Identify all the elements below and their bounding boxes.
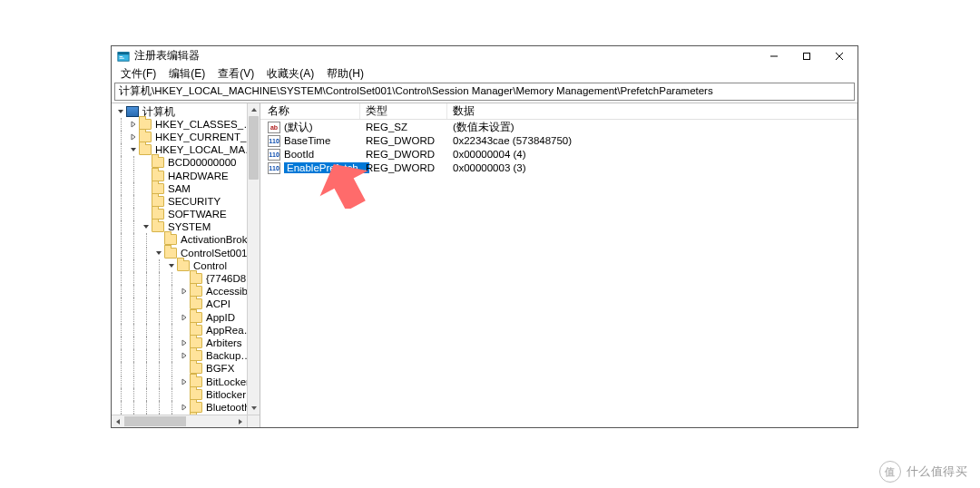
twisty-none <box>141 208 152 220</box>
folder-icon <box>190 337 202 348</box>
svg-marker-20 <box>182 405 186 410</box>
tree-item[interactable]: HKEY_CLASSES_ROOT <box>115 118 260 131</box>
list-header[interactable]: 名称 类型 数据 <box>260 103 858 120</box>
close-button[interactable] <box>823 46 856 65</box>
scroll-down-button[interactable] <box>248 402 260 415</box>
scroll-up-button[interactable] <box>248 103 260 116</box>
menu-item[interactable]: 收藏夹(A) <box>260 65 320 83</box>
scroll-left-button[interactable] <box>112 415 124 427</box>
tree-item[interactable]: BGFX <box>115 362 260 375</box>
body-split: 计算机HKEY_CLASSES_ROOTHKEY_CURRENT_USERHKE… <box>112 102 858 427</box>
tree-item[interactable]: BitLocker <box>115 375 260 387</box>
folder-icon <box>190 286 202 297</box>
folder-icon <box>190 350 202 361</box>
column-header-data[interactable]: 数据 <box>447 103 858 119</box>
tree-item[interactable]: {7746D80F-97 <box>115 272 260 285</box>
menu-item[interactable]: 文件(F) <box>114 65 162 83</box>
menu-item[interactable]: 查看(V) <box>211 65 260 83</box>
tree-item[interactable]: 计算机 <box>115 105 260 118</box>
tree-item[interactable]: ACPI <box>115 298 260 310</box>
chevron-right-icon[interactable] <box>179 376 190 388</box>
tree-item[interactable]: SOFTWARE <box>115 208 260 220</box>
svg-marker-12 <box>143 225 149 229</box>
chevron-right-icon[interactable] <box>179 285 190 298</box>
tree-item-label: SYSTEM <box>167 220 211 233</box>
minimize-button[interactable] <box>758 46 790 65</box>
value-list-panel: 名称 类型 数据 ab(默认)REG_SZ(数值未设置)110BaseTimeR… <box>260 103 858 427</box>
chevron-down-icon[interactable] <box>115 105 126 118</box>
scroll-thumb[interactable] <box>124 416 186 426</box>
chevron-right-icon[interactable] <box>179 337 190 349</box>
tree-horizontal-scrollbar[interactable] <box>112 415 247 427</box>
tree-item-label: ActivationBroker <box>180 233 258 246</box>
tree-item-label: SAM <box>167 182 191 195</box>
tree-item[interactable]: SYSTEM <box>115 220 260 233</box>
tree-item[interactable]: BackupResto <box>115 349 260 362</box>
regedit-icon <box>117 50 130 63</box>
folder-icon <box>139 119 152 130</box>
list-row[interactable]: 110EnablePrefetch...REG_DWORD0x00000003 … <box>260 161 858 175</box>
chevron-down-icon[interactable] <box>166 259 177 272</box>
scroll-right-button[interactable] <box>234 415 247 427</box>
folder-icon <box>190 402 202 413</box>
list-row[interactable]: 110BootIdREG_DWORD0x00000004 (4) <box>260 148 858 161</box>
list-row[interactable]: 110BaseTimeREG_DWORD0x22343cae (57384875… <box>260 134 858 148</box>
maximize-button[interactable] <box>790 46 823 65</box>
twisty-none <box>179 272 190 285</box>
menu-item[interactable]: 编辑(E) <box>162 65 211 83</box>
list-body[interactable]: ab(默认)REG_SZ(数值未设置)110BaseTimeREG_DWORD0… <box>260 120 858 427</box>
scroll-corner <box>247 415 260 427</box>
value-type: REG_SZ <box>360 121 447 134</box>
value-type: REG_DWORD <box>360 148 447 161</box>
tree-item[interactable]: AccessibilityS <box>115 285 260 298</box>
chevron-right-icon[interactable] <box>179 349 190 362</box>
chevron-down-icon[interactable] <box>141 220 152 233</box>
tree-item-label: Control <box>192 259 228 272</box>
tree-item[interactable]: ActivationBroker <box>115 233 260 246</box>
menu-item[interactable]: 帮助(H) <box>320 65 370 83</box>
tree-item[interactable]: HARDWARE <box>115 169 260 181</box>
chevron-right-icon[interactable] <box>128 118 139 131</box>
tree-item[interactable]: HKEY_LOCAL_MACHINE <box>115 143 260 156</box>
svg-marker-11 <box>131 148 136 151</box>
twisty-none <box>141 156 152 169</box>
tree-item[interactable]: Control <box>115 259 260 272</box>
chevron-down-icon[interactable] <box>128 143 139 156</box>
scroll-thumb[interactable] <box>249 116 259 180</box>
folder-icon <box>152 157 164 168</box>
value-name: BaseTime <box>284 135 330 146</box>
svg-marker-13 <box>156 251 162 255</box>
tree-item[interactable]: SAM <box>115 182 260 195</box>
address-bar[interactable]: 计算机\HKEY_LOCAL_MACHINE\SYSTEM\ControlSet… <box>114 83 855 100</box>
tree-item[interactable]: AppID <box>115 311 260 324</box>
tree-item[interactable]: BCD00000000 <box>115 156 260 169</box>
folder-icon <box>152 183 164 194</box>
twisty-none <box>141 195 152 208</box>
key-tree[interactable]: 计算机HKEY_CLASSES_ROOTHKEY_CURRENT_USERHKE… <box>112 103 260 427</box>
tree-item[interactable]: BitlockerStatu <box>115 388 260 401</box>
chevron-right-icon[interactable] <box>128 131 139 143</box>
chevron-right-icon[interactable] <box>179 311 190 324</box>
folder-icon <box>139 144 152 155</box>
folder-icon <box>190 298 202 309</box>
tree-vertical-scrollbar[interactable] <box>247 103 260 415</box>
svg-marker-14 <box>169 264 174 268</box>
twisty-none <box>179 388 190 401</box>
tree-item[interactable]: Arbiters <box>115 337 260 349</box>
tree-item[interactable]: Bluetooth <box>115 401 260 414</box>
tree-item[interactable]: SECURITY <box>115 195 260 208</box>
tree-item[interactable]: ControlSet001 <box>115 247 260 259</box>
tree-item-label: BGFX <box>205 362 235 375</box>
tree-item-label: HARDWARE <box>167 170 230 182</box>
tree-item-label: AppID <box>205 311 236 324</box>
chevron-right-icon[interactable] <box>179 401 190 414</box>
tree-item[interactable]: AppReadines <box>115 324 260 337</box>
folder-icon <box>152 221 164 232</box>
tree-item[interactable]: HKEY_CURRENT_USER <box>115 131 260 143</box>
column-header-type[interactable]: 类型 <box>360 103 447 119</box>
value-data: 0x22343cae (573848750) <box>447 134 858 148</box>
registry-editor-window: 注册表编辑器 文件(F)编辑(E)查看(V)收藏夹(A)帮助(H) 计算机\HK… <box>111 45 858 428</box>
column-header-name[interactable]: 名称 <box>262 103 360 119</box>
list-row[interactable]: ab(默认)REG_SZ(数值未设置) <box>260 121 858 134</box>
chevron-down-icon[interactable] <box>153 247 164 259</box>
